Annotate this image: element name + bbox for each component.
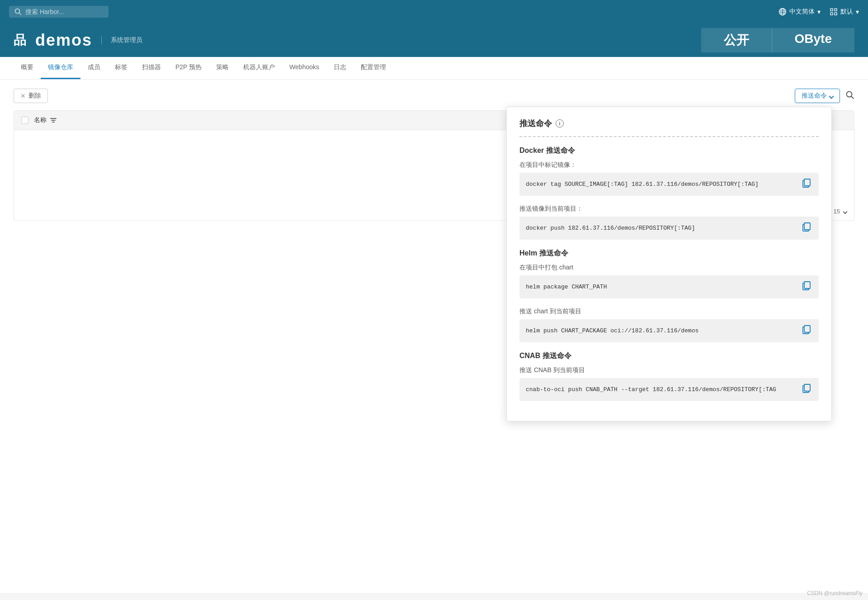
project-stats: 公开 OByte xyxy=(701,28,854,52)
tab-members[interactable]: 成员 xyxy=(80,57,108,79)
copy-icon xyxy=(802,325,811,335)
svg-line-1 xyxy=(19,13,21,15)
copy-icon xyxy=(802,383,811,393)
helm-package-label: 在项目中打包 chart xyxy=(519,264,819,272)
svg-rect-9 xyxy=(835,9,837,11)
docker-tag-copy-button[interactable] xyxy=(801,177,812,191)
push-cmd-chevron-icon xyxy=(830,92,833,99)
helm-push-label: 推送 chart 到当前项目 xyxy=(519,307,819,316)
tab-overview[interactable]: 概要 xyxy=(14,57,41,79)
cnab-push-label: 推送 CNAB 到当前项目 xyxy=(519,366,819,374)
cnab-push-cmd: cnab-to-oci push CNAB_PATH --target 182.… xyxy=(526,386,795,393)
search-toggle-button[interactable] xyxy=(845,90,854,102)
search-input[interactable] xyxy=(25,8,102,15)
docker-push-cmd-box: docker push 182.61.37.116/demos/REPOSITO… xyxy=(519,217,819,240)
push-cmd-label: 推送命令 xyxy=(802,92,827,100)
copy-icon xyxy=(802,222,811,232)
project-name: demos xyxy=(35,31,92,50)
docker-tag-label: 在项目中标记镜像： xyxy=(519,161,819,169)
project-header: 品 demos 系统管理员 公开 OByte xyxy=(0,24,868,57)
globe-icon xyxy=(778,8,787,16)
col-name-label: 名称 xyxy=(34,116,47,124)
main-content: ✕ 删除 推送命令 名称 xyxy=(0,80,868,593)
mode-selector[interactable]: 默认 ▾ xyxy=(830,8,859,16)
push-command-panel: 推送命令 i Docker 推送命令 在项目中标记镜像： docker tag … xyxy=(506,107,832,421)
helm-section-title: Helm 推送命令 xyxy=(519,249,819,258)
svg-rect-18 xyxy=(804,282,810,288)
tab-registry[interactable]: 镜像仓库 xyxy=(41,57,80,79)
tab-robot[interactable]: 机器人账户 xyxy=(236,57,282,79)
tab-config[interactable]: 配置管理 xyxy=(354,57,393,79)
search-icon xyxy=(14,8,22,15)
panel-title: 推送命令 i xyxy=(519,118,819,129)
panel-divider xyxy=(519,136,819,137)
project-title-row: 品 demos 系统管理员 公开 OByte xyxy=(14,28,854,57)
pagination-per-page: 15 xyxy=(834,208,840,215)
svg-rect-20 xyxy=(804,326,810,332)
mode-label: 默认 xyxy=(840,8,853,16)
stat-size: OByte xyxy=(772,28,854,52)
tab-policy[interactable]: 策略 xyxy=(209,57,236,79)
helm-package-copy-button[interactable] xyxy=(801,280,812,294)
svg-rect-16 xyxy=(804,223,810,230)
tab-tags[interactable]: 标签 xyxy=(108,57,135,79)
project-icon: 品 xyxy=(14,32,26,49)
right-actions: 推送命令 xyxy=(795,89,854,103)
panel-title-text: 推送命令 xyxy=(519,118,552,129)
lang-selector[interactable]: 中文简体 ▾ xyxy=(778,8,821,16)
docker-push-copy-button[interactable] xyxy=(801,221,812,235)
toolbar: ✕ 删除 推送命令 xyxy=(14,89,854,103)
docker-section-title: Docker 推送命令 xyxy=(519,146,819,156)
delete-label: 删除 xyxy=(28,92,41,100)
watermark-text: CSDN @rundreamsFly xyxy=(807,590,863,593)
watermark: CSDN @rundreamsFly xyxy=(807,590,863,593)
topbar-right: 中文简体 ▾ 默认 ▾ xyxy=(778,8,859,16)
search-box[interactable] xyxy=(9,6,108,18)
helm-push-cmd: helm push CHART_PACKAGE oci://182.61.37.… xyxy=(526,327,795,334)
select-all-checkbox[interactable] xyxy=(21,117,28,124)
push-cmd-button[interactable]: 推送命令 xyxy=(795,89,840,103)
copy-icon xyxy=(802,281,811,291)
topbar: 中文简体 ▾ 默认 ▾ xyxy=(0,0,868,24)
helm-package-cmd: helm package CHART_PATH xyxy=(526,283,795,290)
grid-icon xyxy=(830,8,838,16)
stat-public-value: 公开 xyxy=(724,32,749,49)
svg-rect-7 xyxy=(830,9,833,11)
helm-push-cmd-box: helm push CHART_PACKAGE oci://182.61.37.… xyxy=(519,319,819,342)
stat-public: 公开 xyxy=(701,28,772,52)
lang-chevron-icon: ▾ xyxy=(817,8,821,15)
tab-webhooks[interactable]: Webhooks xyxy=(282,57,326,79)
svg-rect-8 xyxy=(830,13,833,15)
tab-logs[interactable]: 日志 xyxy=(326,57,354,79)
docker-push-cmd: docker push 182.61.37.116/demos/REPOSITO… xyxy=(526,225,795,231)
tab-p2p[interactable]: P2P 预热 xyxy=(168,57,209,79)
pagination-chevron-icon xyxy=(844,208,847,215)
delete-button[interactable]: ✕ 删除 xyxy=(14,89,48,103)
svg-line-12 xyxy=(851,96,854,99)
filter-icon[interactable] xyxy=(50,118,57,123)
cnab-push-cmd-box: cnab-to-oci push CNAB_PATH --target 182.… xyxy=(519,378,819,401)
docker-tag-cmd-box: docker tag SOURCE_IMAGE[:TAG] 182.61.37.… xyxy=(519,173,819,196)
cnab-section-title: CNAB 推送命令 xyxy=(519,351,819,361)
lang-label: 中文简体 xyxy=(789,8,815,16)
copy-icon xyxy=(802,178,811,188)
cnab-push-copy-button[interactable] xyxy=(801,383,812,397)
helm-package-cmd-box: helm package CHART_PATH xyxy=(519,275,819,298)
svg-rect-10 xyxy=(835,13,837,15)
mode-chevron-icon: ▾ xyxy=(856,8,859,15)
nav-tabs: 概要 镜像仓库 成员 标签 扫描器 P2P 预热 策略 机器人账户 Webhoo… xyxy=(0,57,868,80)
close-icon: ✕ xyxy=(20,92,26,99)
svg-rect-14 xyxy=(804,179,810,186)
svg-rect-22 xyxy=(804,384,810,391)
info-icon[interactable]: i xyxy=(556,119,564,128)
tab-scanner[interactable]: 扫描器 xyxy=(135,57,168,79)
left-actions: ✕ 删除 xyxy=(14,89,48,103)
docker-tag-cmd: docker tag SOURCE_IMAGE[:TAG] 182.61.37.… xyxy=(526,181,795,188)
docker-push-label: 推送镜像到当前项目： xyxy=(519,205,819,213)
project-admin-label: 系统管理员 xyxy=(101,36,142,44)
helm-push-copy-button[interactable] xyxy=(801,324,812,338)
stat-size-value: OByte xyxy=(795,32,832,46)
search-icon xyxy=(845,90,854,99)
